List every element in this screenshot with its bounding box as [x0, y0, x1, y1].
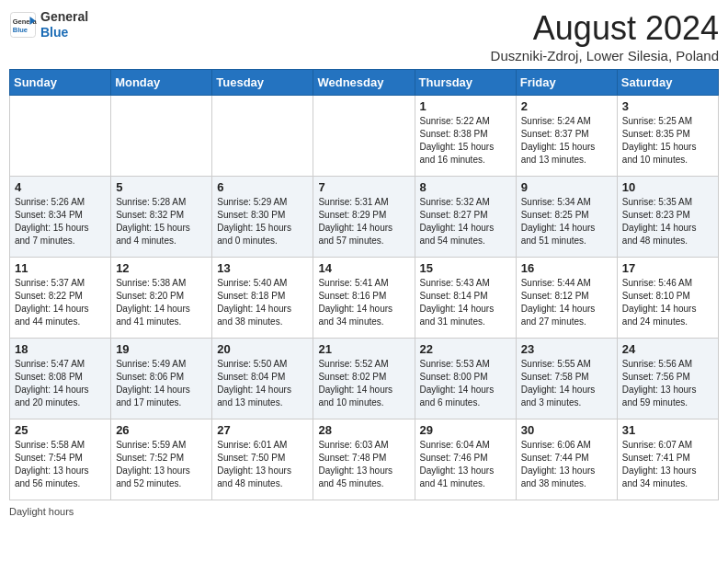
calendar-day-cell: 16Sunrise: 5:44 AM Sunset: 8:12 PM Dayli… [516, 258, 617, 339]
day-info: Sunrise: 6:01 AM Sunset: 7:50 PM Dayligh… [217, 439, 308, 490]
day-info: Sunrise: 5:25 AM Sunset: 8:35 PM Dayligh… [622, 115, 713, 167]
calendar-day-cell: 8Sunrise: 5:32 AM Sunset: 8:27 PM Daylig… [415, 177, 516, 258]
day-number: 8 [420, 180, 511, 194]
calendar-day-cell: 15Sunrise: 5:43 AM Sunset: 8:14 PM Dayli… [415, 258, 516, 339]
day-info: Sunrise: 6:04 AM Sunset: 7:46 PM Dayligh… [420, 439, 511, 490]
footer-note: Daylight hours [9, 506, 719, 517]
day-info: Sunrise: 5:47 AM Sunset: 8:08 PM Dayligh… [15, 358, 106, 409]
calendar-day-cell [313, 96, 415, 177]
day-number: 18 [15, 342, 106, 356]
day-number: 30 [521, 423, 612, 437]
day-number: 17 [622, 261, 713, 275]
calendar-day-cell: 23Sunrise: 5:55 AM Sunset: 7:58 PM Dayli… [516, 339, 617, 419]
calendar-day-cell: 28Sunrise: 6:03 AM Sunset: 7:48 PM Dayli… [313, 419, 415, 500]
day-info: Sunrise: 5:35 AM Sunset: 8:23 PM Dayligh… [622, 196, 713, 247]
calendar-day-cell: 27Sunrise: 6:01 AM Sunset: 7:50 PM Dayli… [212, 419, 313, 500]
calendar-week-row: 11Sunrise: 5:37 AM Sunset: 8:22 PM Dayli… [10, 258, 719, 339]
logo-blue: Blue [40, 25, 68, 40]
calendar-day-cell: 19Sunrise: 5:49 AM Sunset: 8:06 PM Dayli… [111, 339, 212, 419]
calendar-day-cell: 2Sunrise: 5:24 AM Sunset: 8:37 PM Daylig… [516, 96, 617, 177]
day-number: 12 [116, 261, 207, 275]
day-info: Sunrise: 5:46 AM Sunset: 8:10 PM Dayligh… [622, 277, 713, 328]
calendar-day-cell: 12Sunrise: 5:38 AM Sunset: 8:20 PM Dayli… [111, 258, 212, 339]
day-info: Sunrise: 5:40 AM Sunset: 8:18 PM Dayligh… [217, 277, 308, 328]
day-info: Sunrise: 5:44 AM Sunset: 8:12 PM Dayligh… [521, 277, 612, 328]
day-number: 22 [420, 342, 511, 356]
day-number: 14 [318, 261, 409, 275]
day-info: Sunrise: 5:28 AM Sunset: 8:32 PM Dayligh… [116, 196, 207, 247]
calendar-day-cell: 22Sunrise: 5:53 AM Sunset: 8:00 PM Dayli… [415, 339, 516, 419]
day-info: Sunrise: 6:07 AM Sunset: 7:41 PM Dayligh… [622, 439, 713, 490]
day-number: 1 [420, 99, 511, 113]
day-info: Sunrise: 5:29 AM Sunset: 8:30 PM Dayligh… [217, 196, 308, 247]
svg-text:Blue: Blue [13, 25, 28, 33]
day-number: 2 [521, 99, 612, 113]
day-info: Sunrise: 5:55 AM Sunset: 7:58 PM Dayligh… [521, 358, 612, 409]
calendar-table: SundayMondayTuesdayWednesdayThursdayFrid… [9, 69, 719, 500]
calendar-day-cell: 29Sunrise: 6:04 AM Sunset: 7:46 PM Dayli… [415, 419, 516, 500]
day-info: Sunrise: 5:53 AM Sunset: 8:00 PM Dayligh… [420, 358, 511, 409]
day-info: Sunrise: 5:50 AM Sunset: 8:04 PM Dayligh… [217, 358, 308, 409]
calendar-day-cell: 20Sunrise: 5:50 AM Sunset: 8:04 PM Dayli… [212, 339, 313, 419]
day-number: 23 [521, 342, 612, 356]
calendar-day-cell: 10Sunrise: 5:35 AM Sunset: 8:23 PM Dayli… [617, 177, 718, 258]
logo-general: General [40, 9, 88, 24]
day-number: 26 [116, 423, 207, 437]
calendar-day-cell: 31Sunrise: 6:07 AM Sunset: 7:41 PM Dayli… [617, 419, 718, 500]
day-info: Sunrise: 5:22 AM Sunset: 8:38 PM Dayligh… [420, 115, 511, 167]
calendar-day-cell [212, 96, 313, 177]
day-number: 29 [420, 423, 511, 437]
calendar-day-cell: 3Sunrise: 5:25 AM Sunset: 8:35 PM Daylig… [617, 96, 718, 177]
daylight-label: Daylight hours [9, 506, 74, 517]
day-number: 24 [622, 342, 713, 356]
day-number: 19 [116, 342, 207, 356]
calendar-day-cell: 6Sunrise: 5:29 AM Sunset: 8:30 PM Daylig… [212, 177, 313, 258]
day-number: 6 [217, 180, 308, 194]
calendar-day-header: Friday [516, 70, 617, 96]
day-info: Sunrise: 5:37 AM Sunset: 8:22 PM Dayligh… [15, 277, 106, 328]
calendar-header-row: SundayMondayTuesdayWednesdayThursdayFrid… [10, 70, 719, 96]
calendar-day-cell: 18Sunrise: 5:47 AM Sunset: 8:08 PM Dayli… [10, 339, 111, 419]
calendar-week-row: 25Sunrise: 5:58 AM Sunset: 7:54 PM Dayli… [10, 419, 719, 500]
day-number: 5 [116, 180, 207, 194]
logo: General Blue General Blue [9, 9, 88, 40]
day-info: Sunrise: 5:41 AM Sunset: 8:16 PM Dayligh… [318, 277, 409, 328]
day-number: 10 [622, 180, 713, 194]
day-info: Sunrise: 5:59 AM Sunset: 7:52 PM Dayligh… [116, 439, 207, 490]
day-number: 21 [318, 342, 409, 356]
calendar-week-row: 4Sunrise: 5:26 AM Sunset: 8:34 PM Daylig… [10, 177, 719, 258]
day-number: 13 [217, 261, 308, 275]
day-info: Sunrise: 5:24 AM Sunset: 8:37 PM Dayligh… [521, 115, 612, 167]
calendar-day-cell: 1Sunrise: 5:22 AM Sunset: 8:38 PM Daylig… [415, 96, 516, 177]
day-number: 9 [521, 180, 612, 194]
calendar-day-header: Thursday [415, 70, 516, 96]
day-number: 25 [15, 423, 106, 437]
calendar-day-cell: 4Sunrise: 5:26 AM Sunset: 8:34 PM Daylig… [10, 177, 111, 258]
day-number: 11 [15, 261, 106, 275]
day-number: 4 [15, 180, 106, 194]
day-number: 27 [217, 423, 308, 437]
logo-icon: General Blue [9, 11, 37, 39]
day-info: Sunrise: 5:26 AM Sunset: 8:34 PM Dayligh… [15, 196, 106, 247]
day-info: Sunrise: 5:58 AM Sunset: 7:54 PM Dayligh… [15, 439, 106, 490]
calendar-day-cell: 5Sunrise: 5:28 AM Sunset: 8:32 PM Daylig… [111, 177, 212, 258]
day-info: Sunrise: 6:03 AM Sunset: 7:48 PM Dayligh… [318, 439, 409, 490]
page-header: General Blue General Blue August 2024 Du… [9, 9, 719, 63]
calendar-day-cell [10, 96, 111, 177]
calendar-day-cell: 11Sunrise: 5:37 AM Sunset: 8:22 PM Dayli… [10, 258, 111, 339]
day-number: 15 [420, 261, 511, 275]
calendar-day-cell: 13Sunrise: 5:40 AM Sunset: 8:18 PM Dayli… [212, 258, 313, 339]
calendar-day-cell: 7Sunrise: 5:31 AM Sunset: 8:29 PM Daylig… [313, 177, 415, 258]
title-block: August 2024 Duszniki-Zdroj, Lower Silesi… [491, 9, 719, 63]
calendar-week-row: 18Sunrise: 5:47 AM Sunset: 8:08 PM Dayli… [10, 339, 719, 419]
calendar-day-cell [111, 96, 212, 177]
day-info: Sunrise: 5:52 AM Sunset: 8:02 PM Dayligh… [318, 358, 409, 409]
calendar-day-cell: 24Sunrise: 5:56 AM Sunset: 7:56 PM Dayli… [617, 339, 718, 419]
day-info: Sunrise: 5:32 AM Sunset: 8:27 PM Dayligh… [420, 196, 511, 247]
calendar-day-cell: 30Sunrise: 6:06 AM Sunset: 7:44 PM Dayli… [516, 419, 617, 500]
day-number: 16 [521, 261, 612, 275]
day-info: Sunrise: 6:06 AM Sunset: 7:44 PM Dayligh… [521, 439, 612, 490]
calendar-day-header: Wednesday [313, 70, 415, 96]
calendar-day-cell: 14Sunrise: 5:41 AM Sunset: 8:16 PM Dayli… [313, 258, 415, 339]
calendar-day-cell: 26Sunrise: 5:59 AM Sunset: 7:52 PM Dayli… [111, 419, 212, 500]
